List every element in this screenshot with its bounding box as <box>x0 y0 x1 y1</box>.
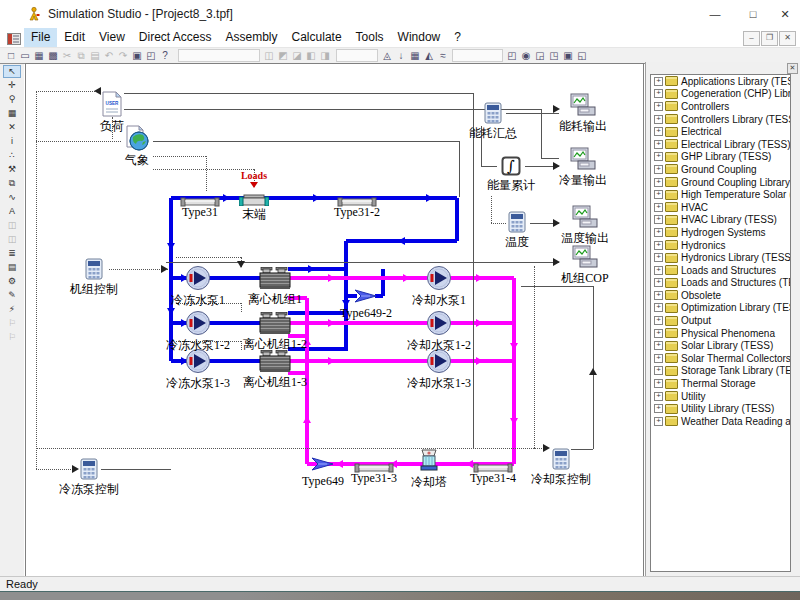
print-preview-icon[interactable]: ◰ <box>144 49 158 62</box>
tree-item-ground-coupling[interactable]: +Ground Coupling <box>651 163 790 176</box>
tree-expand-icon[interactable]: + <box>654 241 663 250</box>
parameter-tool-icon[interactable]: ⚒ <box>3 163 21 176</box>
tree-expand-icon[interactable]: + <box>654 253 663 262</box>
tree-expand-icon[interactable]: + <box>654 115 663 124</box>
pen-tool-icon[interactable]: ✎ <box>3 289 21 302</box>
tree-item-ghp-library-tess[interactable]: +GHP Library (TESS) <box>651 151 790 164</box>
node-chiller[interactable] <box>258 266 292 294</box>
node-pump[interactable] <box>185 265 211 295</box>
menu-item-assembly[interactable]: Assembly <box>219 28 285 47</box>
connection-line[interactable] <box>541 109 542 158</box>
image-tool-icon[interactable]: ▦ <box>3 107 21 120</box>
tree-expand-icon[interactable]: + <box>654 278 663 287</box>
tree-item-loads-and-structures[interactable]: +Loads and Structures <box>651 264 790 277</box>
control-signal-line[interactable] <box>176 257 241 258</box>
tree-item-hydronics[interactable]: +Hydronics <box>651 239 790 252</box>
connection-line[interactable] <box>101 469 171 470</box>
mdi-close-button[interactable]: ✕ <box>779 31 796 46</box>
delete-tool-icon[interactable]: ✕ <box>3 121 21 134</box>
menu-item-tools[interactable]: Tools <box>349 28 391 47</box>
connection-line[interactable] <box>506 113 559 114</box>
tree-expand-icon[interactable]: + <box>654 266 663 275</box>
tree-expand-icon[interactable]: + <box>654 190 663 199</box>
lock-window-icon[interactable]: ◳ <box>547 49 561 62</box>
tree-expand-icon[interactable]: + <box>654 152 663 161</box>
tree-item-solar-library-tess[interactable]: +Solar Library (TESS) <box>651 339 790 352</box>
simulation-window-icon[interactable]: ▣ <box>561 49 575 62</box>
output-window-icon[interactable]: ◰ <box>505 49 519 62</box>
tree-item-solar-thermal-collectors[interactable]: +Solar Thermal Collectors <box>651 352 790 365</box>
control-signal-line[interactable] <box>36 141 121 142</box>
menu-item-file[interactable]: File <box>24 28 57 47</box>
connection-line[interactable] <box>473 93 474 448</box>
control-signal-line[interactable] <box>491 196 492 223</box>
error-window-icon[interactable]: ◱ <box>575 49 589 62</box>
pipe-cooling-water[interactable] <box>512 278 516 464</box>
tree-item-storage-tank-library-tess[interactable]: +Storage Tank Library (TESS) <box>651 365 790 378</box>
run-tool-icon[interactable]: ⚡ <box>3 303 21 316</box>
tree-item-high-temperature-solar-tess[interactable]: +High Temperature Solar (TESS) <box>651 188 790 201</box>
settings-tool-icon[interactable]: ⚙ <box>3 275 21 288</box>
control-signal-line[interactable] <box>36 469 77 470</box>
tree-item-hvac[interactable]: +HVAC <box>651 201 790 214</box>
tree-expand-icon[interactable]: + <box>654 215 663 224</box>
tree-expand-icon[interactable]: + <box>654 203 663 212</box>
tree-item-electrical-library-tess[interactable]: +Electrical Library (TESS) <box>651 138 790 151</box>
tree-item-loads-and-structures-tess[interactable]: +Loads and Structures (TESS) <box>651 277 790 290</box>
node-output[interactable] <box>570 93 596 121</box>
copy-proforma-tool-icon[interactable]: ⧉ <box>3 177 21 190</box>
tree-item-controllers-library-tess[interactable]: +Controllers Library (TESS) <box>651 113 790 126</box>
minimize-button[interactable]: — <box>700 4 730 24</box>
pipe-chilled-water[interactable] <box>381 269 385 296</box>
close-button[interactable]: ✕ <box>770 4 800 24</box>
tree-expand-icon[interactable]: + <box>654 392 663 401</box>
node-output[interactable] <box>572 205 598 233</box>
tree-expand-icon[interactable]: + <box>654 417 663 426</box>
tree-expand-icon[interactable]: + <box>654 303 663 312</box>
tree-expand-icon[interactable]: + <box>654 341 663 350</box>
control-signal-line[interactable] <box>491 223 506 224</box>
tree-expand-icon[interactable]: + <box>654 291 663 300</box>
control-signal-line[interactable] <box>153 169 254 170</box>
control-signal-line[interactable] <box>36 91 37 469</box>
text-tool-icon[interactable]: A <box>3 205 21 218</box>
node-tower[interactable] <box>417 449 441 477</box>
tree-item-hydronics-library-tess[interactable]: +Hydronics Library (TESS) <box>651 251 790 264</box>
tree-item-weather-data-reading-and-process[interactable]: +Weather Data Reading and Process <box>651 415 790 428</box>
node-pump[interactable] <box>185 310 211 340</box>
tree-item-physical-phenomena[interactable]: +Physical Phenomena <box>651 327 790 340</box>
layers-tool-icon[interactable]: ≣ <box>3 247 21 260</box>
tree-item-optimization-library-tess[interactable]: +Optimization Library (TESS) <box>651 302 790 315</box>
tree-expand-icon[interactable]: + <box>654 366 663 375</box>
tree-expand-icon[interactable]: + <box>654 89 663 98</box>
tree-expand-icon[interactable]: + <box>654 165 663 174</box>
tree-expand-icon[interactable]: + <box>654 178 663 187</box>
tree-expand-icon[interactable]: + <box>654 228 663 237</box>
save-icon[interactable]: ▦ <box>32 49 46 62</box>
tree-item-cogeneration-chp-library-tess[interactable]: +Cogeneration (CHP) Library (TESS) <box>651 88 790 101</box>
tree-expand-icon[interactable]: + <box>654 354 663 363</box>
tree-item-controllers[interactable]: +Controllers <box>651 100 790 113</box>
node-chiller[interactable] <box>258 349 292 377</box>
control-signal-line[interactable] <box>36 91 101 92</box>
control-signal-line[interactable] <box>534 266 535 448</box>
info-tool-icon[interactable]: i <box>3 135 21 148</box>
connection-line[interactable] <box>541 158 559 159</box>
print-icon[interactable]: ▣ <box>130 49 144 62</box>
tree-expand-icon[interactable]: + <box>654 140 663 149</box>
tree-item-ground-coupling-library-tess[interactable]: +Ground Coupling Library (TESS) <box>651 176 790 189</box>
pipe-chilled-water[interactable] <box>288 311 346 315</box>
tree-expand-icon[interactable]: + <box>654 102 663 111</box>
parameter-table-icon[interactable]: ▦ <box>408 49 422 62</box>
tree-expand-icon[interactable]: + <box>654 329 663 338</box>
control-signal-line[interactable] <box>36 448 534 449</box>
menu-item-view[interactable]: View <box>92 28 132 47</box>
mdi-minimize-button[interactable]: – <box>743 31 760 46</box>
tree-expand-icon[interactable]: + <box>654 404 663 413</box>
list-window-icon[interactable]: ◲ <box>533 49 547 62</box>
connection-line[interactable] <box>153 141 459 142</box>
node-doc-globe[interactable] <box>124 125 150 155</box>
node-chiller[interactable] <box>258 311 292 339</box>
print-region-tool-icon[interactable]: ▤ <box>3 261 21 274</box>
tree-item-thermal-storage[interactable]: +Thermal Storage <box>651 377 790 390</box>
